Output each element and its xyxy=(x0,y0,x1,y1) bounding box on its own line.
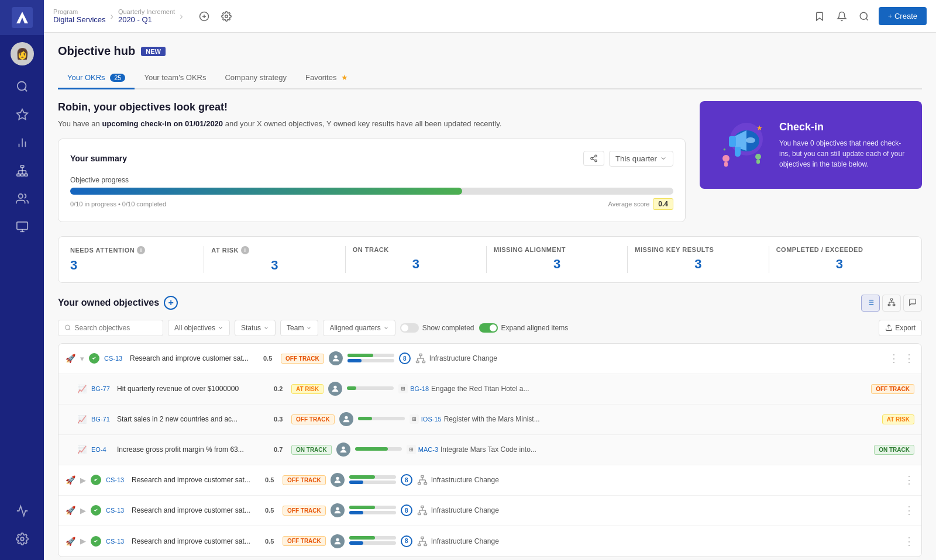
kr-align-ref: IOS-15 xyxy=(421,416,442,423)
kr-title[interactable]: Increase gross profit margin % from 63..… xyxy=(117,445,269,454)
nav-people-icon[interactable] xyxy=(0,185,44,213)
breadcrumb-qi[interactable]: Quarterly Increment 2020 - Q1 xyxy=(118,8,175,24)
tab-favorites[interactable]: Favorites ★ xyxy=(296,67,357,89)
nav-search-icon[interactable] xyxy=(0,72,44,101)
completed-exceeded-value: 3 xyxy=(776,257,903,272)
nav-analytics-icon[interactable] xyxy=(0,497,44,525)
team-filter[interactable]: Team xyxy=(280,320,318,336)
expand-icon[interactable]: ▾ xyxy=(80,354,84,363)
svg-point-27 xyxy=(595,155,597,157)
svg-rect-39 xyxy=(724,162,728,167)
show-completed-toggle[interactable] xyxy=(400,323,419,333)
key-results-count[interactable]: 8 xyxy=(401,535,412,547)
breadcrumb-program[interactable]: Program Digital Services xyxy=(53,8,106,24)
key-results-count[interactable]: 8 xyxy=(399,352,411,364)
kr-owner-avatar xyxy=(328,382,342,396)
nav-chart-icon[interactable] xyxy=(0,129,44,157)
tab-your-okrs[interactable]: Your OKRs 25 xyxy=(58,67,135,89)
breadcrumb-arrow-1: › xyxy=(111,11,113,22)
all-objectives-filter[interactable]: All objectives xyxy=(168,320,230,336)
aligned-quarters-filter[interactable]: Aligned quarters xyxy=(323,320,395,336)
kr-align-type-icon: ⊞ xyxy=(398,384,408,393)
svg-point-77 xyxy=(336,507,339,510)
row-menu-button[interactable]: ⋮ xyxy=(889,352,899,365)
kr-align-ref: MAC-3 xyxy=(418,446,438,453)
add-button[interactable] xyxy=(197,9,212,24)
svg-point-16 xyxy=(18,194,22,198)
tree-view-button[interactable] xyxy=(882,295,901,312)
two-col-layout: Robin, your objectives look great! You h… xyxy=(58,101,922,222)
objective-title[interactable]: Research and improve customer sat... xyxy=(132,537,260,545)
period-selector[interactable]: This quarter xyxy=(609,151,673,167)
svg-rect-78 xyxy=(421,506,424,508)
kr-title[interactable]: Start sales in 2 new countries and ac... xyxy=(117,415,269,423)
search-objectives-box[interactable] xyxy=(58,320,163,336)
create-button[interactable]: + Create xyxy=(879,7,927,25)
settings-button[interactable] xyxy=(219,9,234,24)
nav-settings-icon[interactable] xyxy=(0,525,44,553)
needs-attention-info-icon[interactable]: i xyxy=(137,246,145,254)
objective-title[interactable]: Research and improve customer sat... xyxy=(130,354,259,362)
kr-title[interactable]: Hit quarterly revenue of over $1000000 xyxy=(117,385,269,393)
notification-icon[interactable] xyxy=(834,9,849,24)
checkin-card: ★ ● Check-in You have 0 object xyxy=(700,101,922,189)
expand-icon[interactable]: ▶ xyxy=(80,476,86,485)
svg-line-2 xyxy=(25,89,27,91)
objective-title[interactable]: Research and improve customer sat... xyxy=(132,506,260,514)
objective-type-icon: 🚀 xyxy=(66,475,75,485)
objective-progress-bar xyxy=(349,536,396,546)
nav-hierarchy-icon[interactable] xyxy=(0,157,44,185)
comment-view-button[interactable] xyxy=(903,295,922,312)
tab-team-okrs[interactable]: Your team's OKRs xyxy=(135,67,215,89)
kr-alignment-section: ⊞ MAC-3 Integrate Mars Tax Code into... … xyxy=(407,445,914,455)
key-results-count[interactable]: 8 xyxy=(401,504,412,516)
row-menu-button[interactable]: ⋮ xyxy=(904,535,914,548)
checkin-text: You have 0 objectives that need check-in… xyxy=(779,138,910,170)
nav-star-icon[interactable] xyxy=(0,101,44,129)
svg-point-29 xyxy=(595,160,597,162)
objective-owner-avatar xyxy=(331,534,345,548)
expand-aligned-toggle[interactable] xyxy=(479,323,498,333)
row-extra-menu-button[interactable]: ⋮ xyxy=(904,352,914,365)
tabs: Your OKRs 25 Your team's OKRs Company st… xyxy=(58,67,922,89)
nav-team-icon[interactable] xyxy=(0,213,44,241)
bookmark-icon[interactable] xyxy=(812,9,827,24)
objective-progress-bar xyxy=(347,354,394,364)
svg-rect-17 xyxy=(16,222,27,230)
at-risk-info-icon[interactable]: i xyxy=(241,246,249,254)
svg-point-66 xyxy=(334,386,337,389)
logo[interactable] xyxy=(0,0,44,35)
kr-align-status: OFF TRACK xyxy=(871,384,914,394)
kr-progress-bar xyxy=(355,447,402,452)
add-objective-button[interactable]: + xyxy=(164,296,178,310)
objective-title[interactable]: Research and improve customer sat... xyxy=(132,476,260,484)
expand-icon[interactable]: ▶ xyxy=(80,537,86,545)
tab-company-strategy[interactable]: Company strategy xyxy=(215,67,296,89)
share-button[interactable] xyxy=(583,151,604,166)
search-objectives-input[interactable] xyxy=(75,324,157,332)
kr-type-icon: 📈 xyxy=(77,385,87,393)
stat-needs-attention: NEEDS ATTENTION i 3 xyxy=(70,246,204,273)
user-avatar[interactable]: 👩 xyxy=(11,42,34,65)
svg-rect-49 xyxy=(888,304,890,305)
export-button[interactable]: Export xyxy=(879,320,922,336)
table-row: 🚀 ▶ CS-13 Research and improve customer … xyxy=(58,465,921,496)
stat-completed-exceeded: COMPLETED / EXCEEDED 3 xyxy=(769,246,910,273)
status-filter[interactable]: Status xyxy=(235,320,276,336)
row-menu-button[interactable]: ⋮ xyxy=(904,473,914,486)
alignment-tree-icon xyxy=(417,505,428,516)
on-track-value: 3 xyxy=(353,257,479,272)
expand-icon[interactable]: ▶ xyxy=(80,506,86,515)
view-buttons xyxy=(861,295,922,312)
summary-box: Your summary This quarter xyxy=(58,139,686,222)
row-menu-button[interactable]: ⋮ xyxy=(904,504,914,517)
missing-alignment-value: 3 xyxy=(494,257,620,272)
filters-row: All objectives Status Team Aligned quart… xyxy=(58,320,922,336)
svg-rect-10 xyxy=(24,174,27,177)
key-results-count[interactable]: 8 xyxy=(401,474,412,486)
kr-align-title: Integrate Mars Tax Code into... xyxy=(441,445,872,454)
search-icon[interactable] xyxy=(856,9,872,24)
kr-align-title: Engage the Red Titan Hotel a... xyxy=(431,385,869,393)
kr-align-status: ON TRACK xyxy=(874,445,914,455)
list-view-button[interactable] xyxy=(861,295,880,312)
